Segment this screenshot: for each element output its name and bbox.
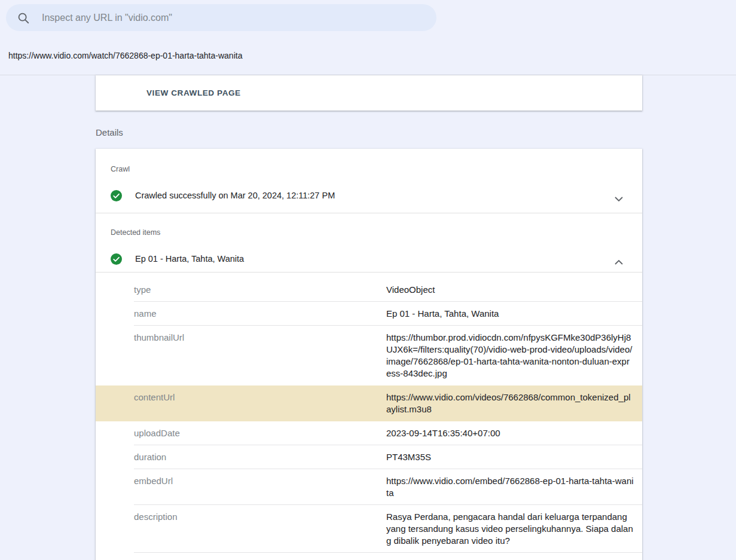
search-icon [17, 11, 30, 25]
property-key: embedUrl [134, 475, 386, 499]
structured-data-table: typeVideoObjectnameEp 01 - Harta, Tahta,… [96, 273, 642, 553]
property-key: duration [134, 451, 386, 463]
chevron-up-icon[interactable] [615, 256, 623, 267]
property-row-embedUrl[interactable]: embedUrlhttps://www.vidio.com/embed/7662… [96, 469, 642, 505]
crawl-status-row[interactable]: Crawled successfully on Mar 20, 2024, 12… [96, 186, 642, 205]
property-value: 2023-09-14T16:35:40+07:00 [386, 427, 634, 439]
property-key: thumbnailUrl [134, 332, 386, 380]
property-row-description[interactable]: descriptionRasya Perdana, pengacara hand… [96, 505, 642, 553]
detected-item-title: Ep 01 - Harta, Tahta, Wanita [135, 254, 244, 264]
details-heading: Details [96, 127, 123, 137]
crawled-page-card: VIEW CRAWLED PAGE [96, 75, 642, 111]
property-row-name[interactable]: nameEp 01 - Harta, Tahta, Wanita [96, 302, 642, 326]
crawl-section-label: Crawl [111, 165, 130, 173]
property-value: VideoObject [386, 284, 634, 296]
top-bar: Inspect any URL in "vidio.com" https://w… [0, 0, 736, 75]
property-key: type [134, 284, 386, 296]
detected-items-section: Detected items Ep 01 - Harta, Tahta, Wan… [96, 213, 642, 273]
property-row-uploadDate[interactable]: uploadDate2023-09-14T16:35:40+07:00 [96, 421, 642, 445]
property-value: https://www.vidio.com/videos/7662868/com… [386, 391, 634, 415]
search-placeholder: Inspect any URL in "vidio.com" [42, 13, 172, 23]
property-row-contentUrl[interactable]: contentUrlhttps://www.vidio.com/videos/7… [96, 385, 642, 421]
crawl-status-text: Crawled successfully on Mar 20, 2024, 12… [135, 191, 335, 200]
crawl-section: Crawl Crawled successfully on Mar 20, 20… [96, 149, 642, 213]
property-value: PT43M35S [386, 451, 634, 463]
url-inspection-search-input[interactable]: Inspect any URL in "vidio.com" [6, 4, 436, 31]
property-row-thumbnailUrl[interactable]: thumbnailUrlhttps://thumbor.prod.vidiocd… [96, 326, 642, 385]
view-crawled-page-button[interactable]: VIEW CRAWLED PAGE [146, 88, 241, 97]
property-key: description [134, 511, 386, 547]
detected-items-label: Detected items [111, 228, 160, 237]
chevron-down-icon[interactable] [615, 193, 623, 204]
success-check-icon [111, 253, 122, 267]
property-row-type[interactable]: typeVideoObject [96, 273, 642, 302]
property-value: https://www.vidio.com/embed/7662868-ep-0… [386, 475, 634, 499]
property-row-duration[interactable]: durationPT43M35S [96, 445, 642, 469]
property-value: https://thumbor.prod.vidiocdn.com/nfpysK… [386, 332, 634, 380]
property-value: Ep 01 - Harta, Tahta, Wanita [386, 308, 634, 320]
property-key: name [134, 308, 386, 320]
property-key: contentUrl [134, 391, 386, 415]
detected-item-row[interactable]: Ep 01 - Harta, Tahta, Wanita [96, 249, 642, 268]
success-check-icon [111, 190, 122, 204]
property-value: Rasya Perdana, pengacara handal dari kel… [386, 511, 634, 547]
details-card: Crawl Crawled successfully on Mar 20, 20… [96, 149, 642, 560]
property-key: uploadDate [134, 427, 386, 439]
inspected-url-text: https://www.vidio.com/watch/7662868-ep-0… [8, 51, 242, 60]
